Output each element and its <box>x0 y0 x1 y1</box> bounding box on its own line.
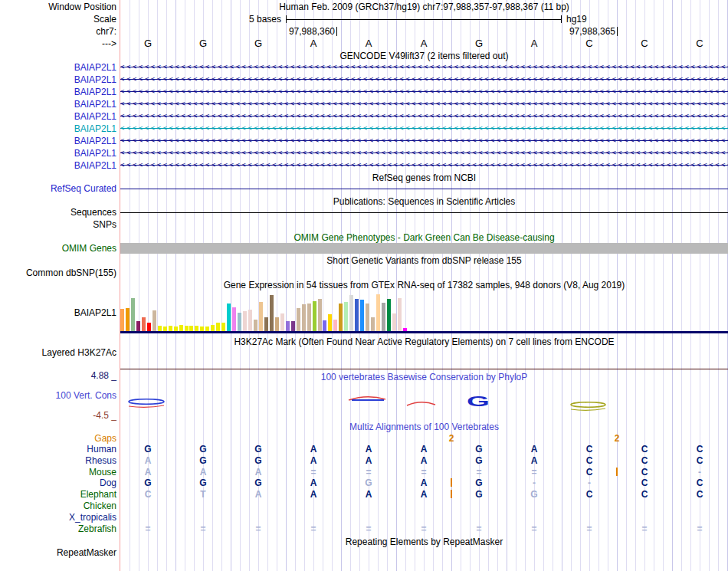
omim-gene-bar[interactable] <box>120 243 728 254</box>
gtex-tissue-bar[interactable] <box>318 299 322 331</box>
alignment-base: C <box>672 444 727 455</box>
gtex-tissue-bar[interactable] <box>355 299 359 331</box>
alignment-base: C <box>120 489 175 500</box>
gtex-tissue-bar[interactable] <box>376 294 380 331</box>
gtex-tissue-bar[interactable] <box>152 310 156 331</box>
gene-row-label[interactable]: BAIAP2L1 <box>0 99 116 110</box>
gtex-tissue-bar[interactable] <box>398 298 402 331</box>
alignment-base: = <box>507 467 562 477</box>
gtex-tissue-bar[interactable] <box>264 317 268 331</box>
sequences-label[interactable]: Sequences <box>0 207 116 218</box>
species-label-dog[interactable]: Dog <box>0 477 116 488</box>
repeatmasker-label[interactable]: RepeatMasker <box>0 547 116 558</box>
phylop-track-label[interactable]: 100 Vert. Cons <box>0 390 116 401</box>
gene-transcript-line[interactable]: <<<<<<<<<<<<<<<<<<<<<<<<<<<<<<<<<<<<<<<<… <box>120 147 728 159</box>
gene-transcript-line[interactable]: <<<<<<<<<<<<<<<<<<<<<<<<<<<<<<<<<<<<<<<<… <box>120 74 728 85</box>
gtex-tissue-bar[interactable] <box>313 301 316 331</box>
species-label-zebrafish[interactable]: Zebrafish <box>0 523 116 534</box>
gtex-tissue-bar[interactable] <box>243 311 247 331</box>
gtex-tissue-bar[interactable] <box>169 326 172 331</box>
gene-row-label[interactable]: BAIAP2L1 <box>0 123 116 134</box>
gene-transcript-line[interactable]: <<<<<<<<<<<<<<<<<<<<<<<<<<<<<<<<<<<<<<<<… <box>120 98 728 110</box>
refseq-gene-line[interactable] <box>120 189 728 189</box>
gtex-gene-label[interactable]: BAIAP2L1 <box>0 307 116 318</box>
gtex-tissue-bar[interactable] <box>179 325 183 331</box>
gtex-tissue-bar[interactable] <box>216 323 220 331</box>
gtex-tissue-bar[interactable] <box>382 303 385 331</box>
gene-transcript-line[interactable]: <<<<<<<<<<<<<<<<<<<<<<<<<<<<<<<<<<<<<<<<… <box>120 86 728 97</box>
gtex-tissue-bar[interactable] <box>366 304 369 331</box>
base-letter: C <box>617 38 672 49</box>
gtex-tissue-bar[interactable] <box>221 323 225 331</box>
publications-item-line[interactable] <box>120 212 728 213</box>
gtex-tissue-bar[interactable] <box>120 309 124 331</box>
gtex-tissue-bar[interactable] <box>349 295 353 331</box>
gtex-tissue-bar[interactable] <box>275 317 279 331</box>
gtex-tissue-bar[interactable] <box>328 314 332 331</box>
gene-transcript-line[interactable]: <<<<<<<<<<<<<<<<<<<<<<<<<<<<<<<<<<<<<<<<… <box>120 135 728 146</box>
refseq-curated-label[interactable]: RefSeq Curated <box>0 183 116 194</box>
common-dbsnp-label[interactable]: Common dbSNP(155) <box>0 267 116 278</box>
gtex-tissue-bar[interactable] <box>371 317 375 331</box>
gtex-tissue-bar[interactable] <box>344 302 348 331</box>
gtex-tissue-bar[interactable] <box>189 326 193 331</box>
gtex-tissue-bar[interactable] <box>211 325 215 331</box>
gtex-tissue-bar[interactable] <box>254 320 257 331</box>
gtex-tissue-bar[interactable] <box>195 326 198 331</box>
gtex-tissue-bar[interactable] <box>339 304 343 331</box>
gtex-tissue-bar[interactable] <box>280 313 284 331</box>
gtex-tissue-bar[interactable] <box>147 323 151 331</box>
conservation-loop-mark <box>571 402 605 407</box>
gene-row-label[interactable]: BAIAP2L1 <box>0 111 116 122</box>
gtex-tissue-bar[interactable] <box>360 300 364 331</box>
left-arrow-chevrons: <<<<<<<<<<<<<<<<<<<<<<<<<<<<<<<<<<<<<<<<… <box>120 74 728 85</box>
gtex-tissue-bar[interactable] <box>333 320 337 331</box>
species-label-mouse[interactable]: Mouse <box>0 467 116 477</box>
gtex-tissue-bar[interactable] <box>131 298 135 331</box>
gtex-tissue-bar[interactable] <box>248 310 252 331</box>
gtex-tissue-bar[interactable] <box>227 304 231 331</box>
gtex-tissue-bar[interactable] <box>158 326 162 331</box>
gtex-tissue-bar[interactable] <box>270 295 274 331</box>
gtex-tissue-bar[interactable] <box>136 321 140 331</box>
gene-row-label[interactable]: BAIAP2L1 <box>0 74 116 85</box>
gtex-tissue-bar[interactable] <box>286 321 290 331</box>
alignment-base: A <box>507 444 562 455</box>
species-label-human[interactable]: Human <box>0 444 116 455</box>
gene-transcript-line[interactable]: <<<<<<<<<<<<<<<<<<<<<<<<<<<<<<<<<<<<<<<<… <box>120 159 728 171</box>
species-label-chicken[interactable]: Chicken <box>0 500 116 511</box>
gtex-tissue-bar[interactable] <box>291 321 295 331</box>
omim-genes-label[interactable]: OMIM Genes <box>0 243 116 254</box>
species-label-elephant[interactable]: Elephant <box>0 489 116 500</box>
alignment-base: C <box>617 489 672 500</box>
gtex-tissue-bar[interactable] <box>142 317 146 331</box>
gene-transcript-line[interactable]: <<<<<<<<<<<<<<<<<<<<<<<<<<<<<<<<<<<<<<<<… <box>120 123 728 134</box>
gtex-tissue-bar[interactable] <box>238 313 241 331</box>
species-label-rhesus[interactable]: Rhesus <box>0 455 116 466</box>
gene-row-label[interactable]: BAIAP2L1 <box>0 148 116 159</box>
left-arrow-chevrons: <<<<<<<<<<<<<<<<<<<<<<<<<<<<<<<<<<<<<<<<… <box>120 135 728 146</box>
gtex-tissue-bar[interactable] <box>307 304 311 331</box>
gtex-tissue-bar[interactable] <box>185 326 189 331</box>
gtex-tissue-bar[interactable] <box>387 299 391 331</box>
gtex-tissue-bar[interactable] <box>297 308 300 331</box>
gtex-tissue-bar[interactable] <box>302 304 306 331</box>
layered-h3k27ac-label[interactable]: Layered H3K27Ac <box>0 347 116 358</box>
gtex-tissue-bar[interactable] <box>392 313 396 331</box>
gene-row-label[interactable]: BAIAP2L1 <box>0 62 116 73</box>
species-label-x_tropicalis[interactable]: X_tropicalis <box>0 512 116 523</box>
alignment-base: G <box>451 477 507 488</box>
gene-row-label[interactable]: BAIAP2L1 <box>0 136 116 146</box>
snps-label[interactable]: SNPs <box>0 219 116 230</box>
left-arrow-chevrons: <<<<<<<<<<<<<<<<<<<<<<<<<<<<<<<<<<<<<<<<… <box>120 159 728 171</box>
gtex-tissue-bar[interactable] <box>259 302 263 331</box>
strand-arrow-label[interactable]: ---> <box>0 38 116 49</box>
gene-row-label[interactable]: BAIAP2L1 <box>0 87 116 97</box>
gtex-tissue-bar[interactable] <box>323 320 326 331</box>
alignment-base: A <box>286 444 341 455</box>
gene-row-label[interactable]: BAIAP2L1 <box>0 160 116 171</box>
gene-transcript-line[interactable]: <<<<<<<<<<<<<<<<<<<<<<<<<<<<<<<<<<<<<<<<… <box>120 110 728 122</box>
gtex-tissue-bar[interactable] <box>232 307 236 331</box>
gtex-tissue-bar[interactable] <box>126 308 130 331</box>
gene-transcript-line[interactable]: <<<<<<<<<<<<<<<<<<<<<<<<<<<<<<<<<<<<<<<<… <box>120 61 728 73</box>
